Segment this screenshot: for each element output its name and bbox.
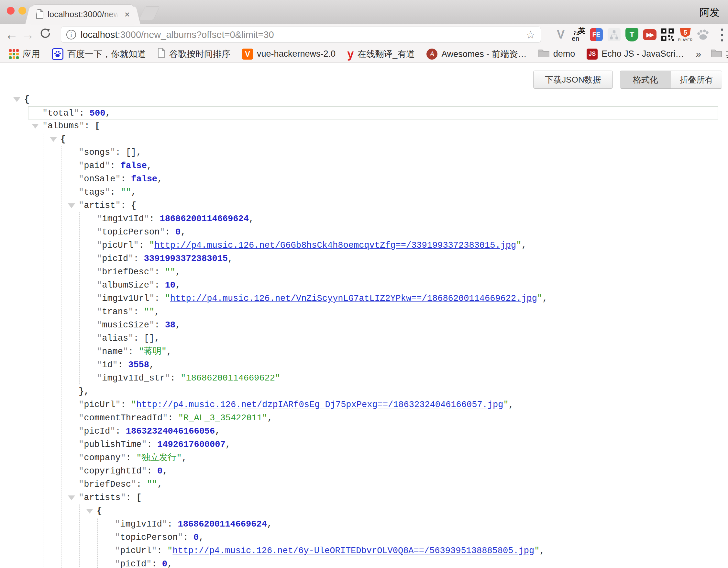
json-key: briefDesc [102,267,149,277]
json-url-link[interactable]: http://p4.music.126.net/dzpIARf0sEg_Dj75… [136,400,503,410]
json-line[interactable]: "artist": { [61,199,728,212]
json-key: albumSize [102,280,149,290]
collapse-arrow-icon[interactable] [68,496,75,500]
json-line[interactable]: "picUrl": "http://p4.music.126.net/dzpIA… [61,398,728,412]
json-line[interactable]: "publishTime": 1492617600007, [61,438,728,451]
translate-en-glyph: en [572,35,579,42]
json-key: img1v1Url [102,294,149,304]
json-line[interactable]: "trans": "", [80,306,728,319]
json-line[interactable]: "artists": [ [61,491,728,505]
collapse-all-button[interactable]: 折叠所有 [671,71,722,88]
page-icon [158,48,165,60]
json-line[interactable]: "picUrl": "http://p4.music.126.net/6y-Ul… [98,544,728,558]
json-url-link[interactable]: http://p4.music.126.net/G6Gb8hsCk4h8oemc… [154,240,516,250]
json-key: paid [84,161,105,171]
profile-name[interactable]: 阿发 [700,6,720,19]
qr-code-icon[interactable] [661,27,674,42]
fast-forward-glyph: ▶▶ [643,29,656,40]
json-line[interactable]: "company": "独立发行", [61,451,728,465]
video-downloader-icon[interactable]: ▶▶ [643,27,656,42]
json-line[interactable]: "img1v1Id": 18686200114669624, [80,212,728,226]
paw-icon[interactable] [696,27,710,42]
tampermonkey-icon[interactable]: T [625,27,639,42]
json-line[interactable]: "picId": 3391993372383015, [80,252,728,265]
json-url-link[interactable]: http://p4.music.126.net/6y-UleORITEDbvrO… [172,546,534,556]
json-line[interactable]: "picId": 0, [98,558,728,568]
json-line[interactable]: "musicSize": 38, [80,319,728,332]
bookmark-star-icon[interactable]: ☆ [526,28,535,41]
json-key: onSale [84,174,115,184]
translate-icon[interactable]: 英 ⇄ en [572,28,585,42]
json-children: {"img1v1Id": 18686200114669624,"topicPer… [79,505,728,568]
close-window-button[interactable] [7,7,15,15]
json-line[interactable]: "picId": 18632324046166056, [61,425,728,438]
collapse-arrow-icon[interactable] [13,97,20,102]
bookmark-vue-hackernews[interactable]: V vue-hackernews-2.0 [242,49,336,60]
reload-icon[interactable] [38,27,53,42]
json-line[interactable]: "img1v1Id_str": "18686200114669622" [80,372,728,385]
browser-tab[interactable]: localhost:3000/new_albums?o × [31,5,134,24]
json-line[interactable]: "topicPerson": 0, [80,226,728,239]
json-key: songs [84,148,110,157]
json-line[interactable]: "paid": false, [61,159,728,173]
bookmark-demo[interactable]: demo [538,48,575,60]
bookmark-google-sort[interactable]: 谷歌按时间排序 [158,48,230,60]
json-line[interactable]: }, [61,385,728,398]
json-line[interactable]: "name": "蒋明", [80,345,728,359]
json-line[interactable]: { [43,133,728,146]
json-value: 500 [90,108,105,118]
json-line[interactable]: "alias": [], [80,332,728,345]
json-line[interactable]: "tags": "", [61,186,728,199]
download-json-button[interactable]: 下载JSON数据 [533,71,613,89]
format-button[interactable]: 格式化 [620,71,671,88]
bookmark-other-folder[interactable]: 其他书签 [711,48,728,60]
bookmark-echojs[interactable]: JS Echo JS - JavaScri… [587,49,684,60]
collapse-arrow-icon[interactable] [50,137,57,142]
back-icon[interactable]: ← [4,27,19,42]
bookmark-youdao[interactable]: y 在线翻译_有道 [347,48,415,60]
new-tab-button[interactable] [138,6,160,20]
json-value: 10 [165,280,175,290]
json-line[interactable]: "albumSize": 10, [80,279,728,292]
json-value: 0 [193,533,199,542]
collapse-arrow-icon[interactable] [32,124,39,128]
close-tab-icon[interactable]: × [125,10,130,19]
browser-menu-icon[interactable] [721,28,723,41]
json-line[interactable]: "briefDesc": "", [80,265,728,279]
bookmarks-overflow-icon[interactable]: » [696,49,701,60]
fe-extension-icon[interactable]: FE [590,27,603,42]
url-text[interactable]: localhost:3000/new_albums?offset=0&limit… [81,29,522,40]
json-url-link[interactable]: http://p4.music.126.net/VnZiScyynLG7atLI… [170,294,537,304]
bookmark-awesomes[interactable]: A Awesomes - 前端资… [426,48,527,60]
json-line[interactable]: "onSale": false, [61,173,728,186]
org-chart-icon[interactable] [607,27,621,42]
bookmark-baidu[interactable]: 百度一下，你就知道 [52,48,146,60]
html5-player-label: PLAYER [678,38,693,42]
html5-player-icon[interactable]: 5 PLAYER [678,27,692,42]
json-line[interactable]: "briefDesc": "", [61,478,728,491]
json-line[interactable]: "total": 500, [28,106,718,119]
json-line[interactable]: "albums": [ [25,119,728,133]
json-line[interactable]: "id": 3558, [80,359,728,372]
json-line[interactable]: "topicPerson": 0, [98,531,728,544]
address-bar[interactable]: i localhost:3000/new_albums?offset=0&lim… [61,27,541,43]
json-key: img1v1Id [120,519,162,529]
bookmark-apps[interactable]: 应用 [9,48,40,60]
json-line[interactable]: "copyrightId": 0, [61,465,728,478]
json-key: picId [120,559,146,568]
forward-icon: → [20,27,36,42]
json-line[interactable]: { [14,93,728,106]
json-line[interactable]: { [80,505,728,518]
collapse-arrow-icon[interactable] [68,203,75,208]
json-line[interactable]: "songs": [], [61,146,728,159]
collapse-arrow-icon[interactable] [86,509,93,514]
json-line[interactable]: "img1v1Url": "http://p4.music.126.net/Vn… [80,292,728,306]
vue-devtools-icon[interactable]: V [554,27,568,42]
json-line[interactable]: "picUrl": "http://p4.music.126.net/G6Gb8… [80,239,728,252]
json-key: picUrl [84,400,115,410]
window-titlebar: localhost:3000/new_albums?o × 阿发 [0,0,728,24]
json-line[interactable]: "commentThreadId": "R_AL_3_35422011", [61,412,728,425]
minimize-window-button[interactable] [18,7,26,15]
site-info-icon[interactable]: i [66,30,76,39]
json-line[interactable]: "img1v1Id": 18686200114669624, [98,518,728,531]
